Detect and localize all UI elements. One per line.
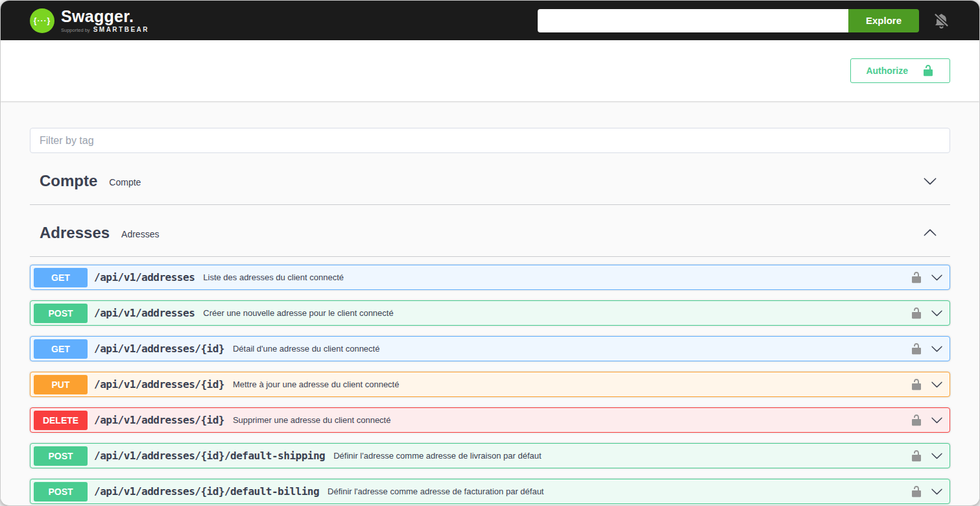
- operations: GET /api/v1/addresses Liste des adresses…: [30, 257, 950, 504]
- tag-section: Adresses Adresses GET /api/v1/addresses …: [30, 205, 950, 504]
- tag-title: Adresses: [40, 224, 110, 242]
- op-path: /api/v1/addresses/{id}/default-shipping: [94, 450, 325, 462]
- method-badge: PUT: [34, 375, 88, 394]
- brand-name: Swagger.: [61, 8, 149, 25]
- tag-description: Adresses: [121, 229, 159, 239]
- swagger-logo: {···} Swagger. Supported by SMARTBEAR: [30, 8, 149, 33]
- operation-row[interactable]: DELETE /api/v1/addresses/{id} Supprimer …: [30, 407, 950, 433]
- filter-by-tag-input[interactable]: [30, 128, 950, 153]
- operation-row[interactable]: PUT /api/v1/addresses/{id} Mettre à jour…: [30, 372, 950, 397]
- method-badge: DELETE: [34, 411, 88, 430]
- spec-url-group: Explore: [538, 9, 919, 32]
- tag-header[interactable]: Adresses Adresses: [30, 205, 950, 257]
- unlock-icon[interactable]: [910, 485, 923, 498]
- chevron-down-icon: [931, 343, 943, 355]
- op-path: /api/v1/addresses: [94, 307, 195, 319]
- operation-row[interactable]: GET /api/v1/addresses/{id} Détail d'une …: [30, 336, 950, 361]
- op-summary: Définir l'adresse comme adresse de livra…: [333, 451, 541, 461]
- method-badge: POST: [34, 446, 88, 466]
- topbar: {···} Swagger. Supported by SMARTBEAR Ex…: [1, 1, 979, 40]
- op-summary: Créer une nouvelle adresse pour le clien…: [203, 308, 393, 318]
- operation-row[interactable]: POST /api/v1/addresses/{id}/default-ship…: [30, 443, 950, 468]
- op-summary: Définir l'adresse comme adresse de factu…: [328, 487, 544, 496]
- chevron-down-icon: [931, 414, 943, 426]
- scheme-container: Authorize: [1, 40, 979, 101]
- op-summary: Supprimer une adresse du client connecté: [233, 415, 391, 425]
- unlock-icon[interactable]: [910, 307, 923, 320]
- authorize-button[interactable]: Authorize: [850, 58, 950, 83]
- spec-url-input[interactable]: [538, 9, 848, 32]
- method-badge: POST: [34, 304, 88, 323]
- tag-list: Compte Compte Adresses Adresses GET /api…: [30, 153, 950, 504]
- unlock-icon[interactable]: [910, 271, 923, 284]
- chevron-up-icon: [923, 226, 937, 240]
- operation-row[interactable]: POST /api/v1/addresses/{id}/default-bill…: [30, 479, 950, 504]
- op-path: /api/v1/addresses/{id}: [94, 343, 224, 355]
- tag-title: Compte: [40, 172, 97, 190]
- supported-by-label: Supported by: [61, 28, 90, 33]
- op-path: /api/v1/addresses/{id}: [94, 414, 224, 426]
- bell-slash-icon[interactable]: [933, 12, 950, 29]
- op-path: /api/v1/addresses: [94, 271, 195, 283]
- explore-button[interactable]: Explore: [848, 9, 919, 32]
- chevron-down-icon: [931, 485, 943, 498]
- unlock-icon[interactable]: [910, 343, 923, 355]
- swagger-ui-window: {···} Swagger. Supported by SMARTBEAR Ex…: [0, 0, 980, 506]
- smartbear-label: SMARTBEAR: [93, 27, 149, 33]
- op-summary: Détail d'une adresse du client connecté: [233, 344, 380, 354]
- operations-area: Compte Compte Adresses Adresses GET /api…: [1, 101, 979, 504]
- unlock-icon[interactable]: [910, 414, 923, 427]
- op-path: /api/v1/addresses/{id}/default-billing: [94, 485, 319, 498]
- method-badge: GET: [34, 268, 88, 287]
- op-path: /api/v1/addresses/{id}: [94, 378, 224, 391]
- unlock-icon: [922, 64, 935, 77]
- unlock-icon[interactable]: [910, 450, 923, 463]
- swagger-logo-icon: {···}: [30, 8, 54, 33]
- chevron-down-icon: [931, 307, 943, 319]
- op-summary: Mettre à jour une adresse du client conn…: [233, 380, 400, 389]
- operation-row[interactable]: GET /api/v1/addresses Liste des adresses…: [30, 265, 950, 290]
- chevron-down-icon: [931, 450, 943, 462]
- method-badge: GET: [34, 339, 88, 359]
- authorize-label: Authorize: [866, 66, 908, 76]
- method-badge: POST: [34, 482, 88, 501]
- unlock-icon[interactable]: [910, 378, 923, 391]
- op-summary: Liste des adresses du client connecté: [203, 272, 344, 282]
- chevron-down-icon: [931, 271, 943, 283]
- tag-description: Compte: [109, 177, 141, 187]
- operation-row[interactable]: POST /api/v1/addresses Créer une nouvell…: [30, 300, 950, 326]
- tag-section: Compte Compte: [30, 153, 950, 205]
- chevron-down-icon: [923, 174, 937, 188]
- chevron-down-icon: [931, 378, 943, 391]
- tag-header[interactable]: Compte Compte: [30, 153, 950, 205]
